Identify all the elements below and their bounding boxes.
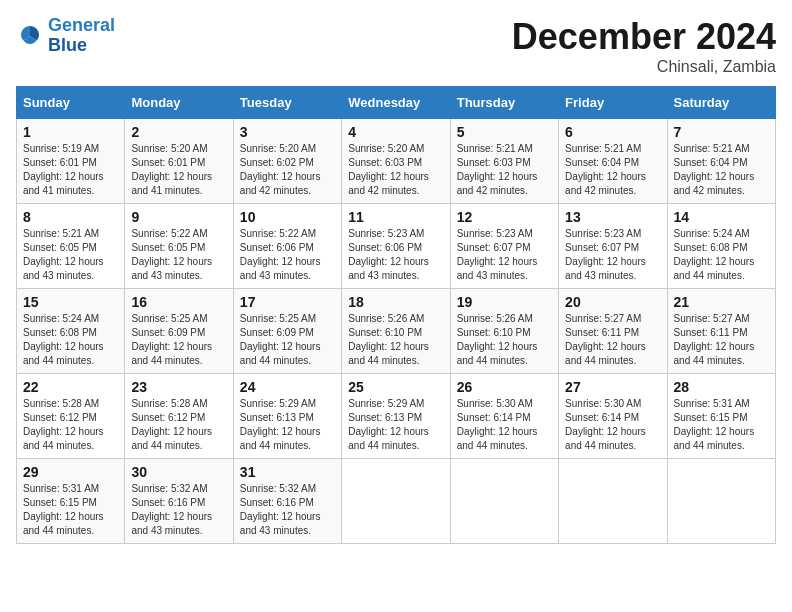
calendar-week-row: 22Sunrise: 5:28 AM Sunset: 6:12 PM Dayli… — [17, 374, 776, 459]
calendar-day-cell: 31Sunrise: 5:32 AM Sunset: 6:16 PM Dayli… — [233, 459, 341, 544]
calendar-day-cell: 15Sunrise: 5:24 AM Sunset: 6:08 PM Dayli… — [17, 289, 125, 374]
day-number: 1 — [23, 124, 118, 140]
calendar-day-cell: 27Sunrise: 5:30 AM Sunset: 6:14 PM Dayli… — [559, 374, 667, 459]
calendar-day-cell: 23Sunrise: 5:28 AM Sunset: 6:12 PM Dayli… — [125, 374, 233, 459]
day-number: 26 — [457, 379, 552, 395]
day-info: Sunrise: 5:28 AM Sunset: 6:12 PM Dayligh… — [23, 397, 118, 453]
logo: General Blue — [16, 16, 115, 56]
calendar-day-cell: 20Sunrise: 5:27 AM Sunset: 6:11 PM Dayli… — [559, 289, 667, 374]
calendar-day-cell: 28Sunrise: 5:31 AM Sunset: 6:15 PM Dayli… — [667, 374, 775, 459]
calendar-day-cell: 26Sunrise: 5:30 AM Sunset: 6:14 PM Dayli… — [450, 374, 558, 459]
calendar-day-cell: 3Sunrise: 5:20 AM Sunset: 6:02 PM Daylig… — [233, 119, 341, 204]
title-area: December 2024 Chinsali, Zambia — [512, 16, 776, 76]
day-number: 6 — [565, 124, 660, 140]
calendar-day-cell: 10Sunrise: 5:22 AM Sunset: 6:06 PM Dayli… — [233, 204, 341, 289]
calendar-day-cell — [450, 459, 558, 544]
day-info: Sunrise: 5:20 AM Sunset: 6:02 PM Dayligh… — [240, 142, 335, 198]
calendar-day-cell: 11Sunrise: 5:23 AM Sunset: 6:06 PM Dayli… — [342, 204, 450, 289]
calendar-day-cell: 18Sunrise: 5:26 AM Sunset: 6:10 PM Dayli… — [342, 289, 450, 374]
day-info: Sunrise: 5:20 AM Sunset: 6:01 PM Dayligh… — [131, 142, 226, 198]
day-number: 9 — [131, 209, 226, 225]
day-number: 22 — [23, 379, 118, 395]
calendar-week-row: 8Sunrise: 5:21 AM Sunset: 6:05 PM Daylig… — [17, 204, 776, 289]
day-info: Sunrise: 5:20 AM Sunset: 6:03 PM Dayligh… — [348, 142, 443, 198]
month-title: December 2024 — [512, 16, 776, 58]
day-info: Sunrise: 5:31 AM Sunset: 6:15 PM Dayligh… — [23, 482, 118, 538]
weekday-header-cell: Thursday — [450, 87, 558, 119]
day-info: Sunrise: 5:31 AM Sunset: 6:15 PM Dayligh… — [674, 397, 769, 453]
day-number: 5 — [457, 124, 552, 140]
header: General Blue December 2024 Chinsali, Zam… — [16, 16, 776, 76]
day-info: Sunrise: 5:22 AM Sunset: 6:06 PM Dayligh… — [240, 227, 335, 283]
calendar-day-cell: 19Sunrise: 5:26 AM Sunset: 6:10 PM Dayli… — [450, 289, 558, 374]
calendar-day-cell: 29Sunrise: 5:31 AM Sunset: 6:15 PM Dayli… — [17, 459, 125, 544]
day-number: 14 — [674, 209, 769, 225]
day-number: 23 — [131, 379, 226, 395]
calendar-day-cell: 1Sunrise: 5:19 AM Sunset: 6:01 PM Daylig… — [17, 119, 125, 204]
weekday-header-cell: Tuesday — [233, 87, 341, 119]
weekday-header-cell: Wednesday — [342, 87, 450, 119]
calendar-day-cell — [667, 459, 775, 544]
day-info: Sunrise: 5:21 AM Sunset: 6:03 PM Dayligh… — [457, 142, 552, 198]
calendar-day-cell: 30Sunrise: 5:32 AM Sunset: 6:16 PM Dayli… — [125, 459, 233, 544]
weekday-header-cell: Monday — [125, 87, 233, 119]
weekday-header-row: SundayMondayTuesdayWednesdayThursdayFrid… — [17, 87, 776, 119]
location-title: Chinsali, Zambia — [512, 58, 776, 76]
day-number: 3 — [240, 124, 335, 140]
calendar-day-cell: 2Sunrise: 5:20 AM Sunset: 6:01 PM Daylig… — [125, 119, 233, 204]
day-number: 4 — [348, 124, 443, 140]
day-number: 30 — [131, 464, 226, 480]
calendar-day-cell: 7Sunrise: 5:21 AM Sunset: 6:04 PM Daylig… — [667, 119, 775, 204]
day-info: Sunrise: 5:23 AM Sunset: 6:07 PM Dayligh… — [565, 227, 660, 283]
calendar-body: 1Sunrise: 5:19 AM Sunset: 6:01 PM Daylig… — [17, 119, 776, 544]
day-info: Sunrise: 5:30 AM Sunset: 6:14 PM Dayligh… — [457, 397, 552, 453]
calendar-day-cell: 13Sunrise: 5:23 AM Sunset: 6:07 PM Dayli… — [559, 204, 667, 289]
logo-icon — [16, 22, 44, 50]
day-info: Sunrise: 5:21 AM Sunset: 6:04 PM Dayligh… — [565, 142, 660, 198]
weekday-header-cell: Sunday — [17, 87, 125, 119]
calendar-day-cell: 17Sunrise: 5:25 AM Sunset: 6:09 PM Dayli… — [233, 289, 341, 374]
day-number: 7 — [674, 124, 769, 140]
day-number: 27 — [565, 379, 660, 395]
calendar-day-cell: 24Sunrise: 5:29 AM Sunset: 6:13 PM Dayli… — [233, 374, 341, 459]
day-number: 28 — [674, 379, 769, 395]
calendar-day-cell: 14Sunrise: 5:24 AM Sunset: 6:08 PM Dayli… — [667, 204, 775, 289]
day-info: Sunrise: 5:27 AM Sunset: 6:11 PM Dayligh… — [674, 312, 769, 368]
calendar-week-row: 29Sunrise: 5:31 AM Sunset: 6:15 PM Dayli… — [17, 459, 776, 544]
day-info: Sunrise: 5:23 AM Sunset: 6:07 PM Dayligh… — [457, 227, 552, 283]
logo-text: General Blue — [48, 16, 115, 56]
calendar-day-cell: 12Sunrise: 5:23 AM Sunset: 6:07 PM Dayli… — [450, 204, 558, 289]
day-info: Sunrise: 5:25 AM Sunset: 6:09 PM Dayligh… — [131, 312, 226, 368]
day-info: Sunrise: 5:24 AM Sunset: 6:08 PM Dayligh… — [23, 312, 118, 368]
day-info: Sunrise: 5:28 AM Sunset: 6:12 PM Dayligh… — [131, 397, 226, 453]
day-info: Sunrise: 5:21 AM Sunset: 6:04 PM Dayligh… — [674, 142, 769, 198]
day-number: 16 — [131, 294, 226, 310]
day-info: Sunrise: 5:26 AM Sunset: 6:10 PM Dayligh… — [457, 312, 552, 368]
calendar-day-cell: 5Sunrise: 5:21 AM Sunset: 6:03 PM Daylig… — [450, 119, 558, 204]
day-number: 11 — [348, 209, 443, 225]
calendar-day-cell: 4Sunrise: 5:20 AM Sunset: 6:03 PM Daylig… — [342, 119, 450, 204]
day-info: Sunrise: 5:22 AM Sunset: 6:05 PM Dayligh… — [131, 227, 226, 283]
day-info: Sunrise: 5:32 AM Sunset: 6:16 PM Dayligh… — [240, 482, 335, 538]
calendar-day-cell: 16Sunrise: 5:25 AM Sunset: 6:09 PM Dayli… — [125, 289, 233, 374]
day-info: Sunrise: 5:19 AM Sunset: 6:01 PM Dayligh… — [23, 142, 118, 198]
calendar-week-row: 15Sunrise: 5:24 AM Sunset: 6:08 PM Dayli… — [17, 289, 776, 374]
calendar-day-cell — [559, 459, 667, 544]
weekday-header-cell: Friday — [559, 87, 667, 119]
calendar-day-cell — [342, 459, 450, 544]
day-number: 18 — [348, 294, 443, 310]
day-number: 29 — [23, 464, 118, 480]
day-info: Sunrise: 5:32 AM Sunset: 6:16 PM Dayligh… — [131, 482, 226, 538]
day-number: 24 — [240, 379, 335, 395]
day-number: 17 — [240, 294, 335, 310]
day-info: Sunrise: 5:30 AM Sunset: 6:14 PM Dayligh… — [565, 397, 660, 453]
day-info: Sunrise: 5:24 AM Sunset: 6:08 PM Dayligh… — [674, 227, 769, 283]
day-number: 21 — [674, 294, 769, 310]
day-info: Sunrise: 5:26 AM Sunset: 6:10 PM Dayligh… — [348, 312, 443, 368]
calendar-week-row: 1Sunrise: 5:19 AM Sunset: 6:01 PM Daylig… — [17, 119, 776, 204]
day-number: 10 — [240, 209, 335, 225]
day-info: Sunrise: 5:21 AM Sunset: 6:05 PM Dayligh… — [23, 227, 118, 283]
day-number: 25 — [348, 379, 443, 395]
day-info: Sunrise: 5:27 AM Sunset: 6:11 PM Dayligh… — [565, 312, 660, 368]
weekday-header-cell: Saturday — [667, 87, 775, 119]
